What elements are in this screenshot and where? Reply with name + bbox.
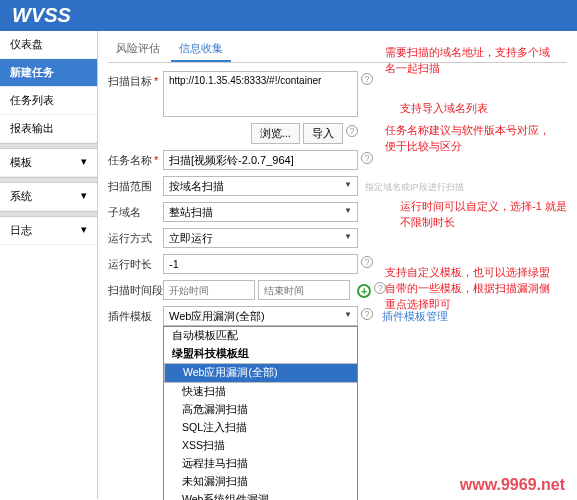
annotation-duration: 运行时间可以自定义，选择-1 就是不限制时长 [400,198,570,230]
dropdown-item[interactable]: Web应用漏洞(全部) [164,363,358,383]
annotation-import: 支持导入域名列表 [400,100,570,116]
dropdown-item[interactable]: XSS扫描 [164,437,357,455]
dropdown-item[interactable]: 高危漏洞扫描 [164,401,357,419]
annotation-template: 支持自定义模板，也可以选择绿盟自带的一些模板，根据扫描漏洞侧重点选择即可 [385,264,555,312]
sidebar-item-report[interactable]: 报表输出 [0,115,97,143]
scope-select[interactable] [163,176,358,196]
dropdown-item[interactable]: 未知漏洞扫描 [164,473,357,491]
sidebar-group-log[interactable]: 日志 ▾ [0,217,97,245]
end-time-input[interactable] [258,280,350,300]
annotation-target: 需要扫描的域名地址，支持多个域名一起扫描 [385,44,555,76]
sidebar: 仪表盘 新建任务 任务列表 报表输出 模板 ▾ 系统 ▾ 日志 ▾ [0,31,98,499]
target-input[interactable]: http://10.1.35.45:8333/#!/container [163,71,358,117]
watermark: www.9969.net [460,476,565,494]
help-icon[interactable]: ? [361,73,373,85]
row-scope: 扫描范围 指定域名或IP段进行扫描 [108,176,567,196]
app-header: WVSS [0,0,577,31]
label-duration: 运行时长 [108,254,163,272]
annotation-name: 任务名称建议与软件版本号对应，便于比较与区分 [385,122,555,154]
template-dropdown[interactable]: 自动模板匹配绿盟科技模板组Web应用漏洞(全部)快速扫描高危漏洞扫描SQL注入扫… [163,326,358,500]
label-window: 扫描时间段 [108,280,163,298]
label-scope: 扫描范围 [108,176,163,194]
dropdown-item[interactable]: 快速扫描 [164,383,357,401]
tab-risk[interactable]: 风险评估 [108,37,168,60]
sidebar-item-new-task[interactable]: 新建任务 [0,59,97,87]
start-time-input[interactable] [163,280,255,300]
subdomain-select[interactable] [163,202,358,222]
sidebar-group-template[interactable]: 模板 ▾ [0,149,97,177]
sidebar-item-dashboard[interactable]: 仪表盘 [0,31,97,59]
help-icon[interactable]: ? [361,308,373,320]
label-name: 任务名称* [108,150,163,168]
sidebar-group-system[interactable]: 系统 ▾ [0,183,97,211]
dropdown-item[interactable]: 远程挂马扫描 [164,455,357,473]
dropdown-item[interactable]: SQL注入扫描 [164,419,357,437]
help-icon[interactable]: ? [361,256,373,268]
help-icon[interactable]: ? [346,125,358,137]
label-mode: 运行方式 [108,228,163,246]
tab-info[interactable]: 信息收集 [171,37,231,62]
mode-select[interactable] [163,228,358,248]
dropdown-item[interactable]: 绿盟科技模板组 [164,345,357,363]
dropdown-item[interactable]: Web系统组件漏洞 [164,491,357,500]
dropdown-item[interactable]: 自动模板匹配 [164,327,357,345]
import-button[interactable]: 导入 [303,123,343,144]
template-select[interactable] [163,306,358,326]
label-template: 插件模板 [108,306,163,324]
browse-button[interactable]: 浏览... [251,123,300,144]
help-icon[interactable]: ? [361,152,373,164]
app-title: WVSS [12,4,71,26]
label-subdomain: 子域名 [108,202,163,220]
sidebar-item-task-list[interactable]: 任务列表 [0,87,97,115]
task-name-input[interactable] [163,150,358,170]
label-target: 扫描目标* [108,71,163,89]
row-mode: 运行方式 [108,228,567,248]
add-window-button[interactable]: + [357,284,371,298]
scope-hint: 指定域名或IP段进行扫描 [365,181,464,194]
duration-input[interactable] [163,254,358,274]
